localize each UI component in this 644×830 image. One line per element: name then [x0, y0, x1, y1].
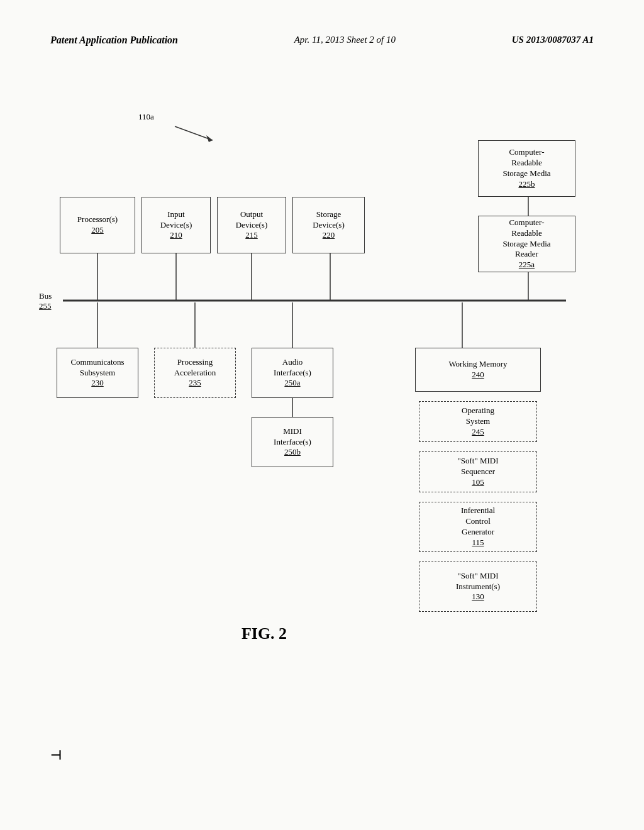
- diagram-label: 110a: [138, 112, 154, 122]
- box-os: Operating System 245: [419, 401, 537, 442]
- box-storage-device: Storage Device(s) 220: [292, 197, 365, 253]
- box-processor: Processor(s) 205: [60, 197, 135, 253]
- box-crs-media: Computer- Readable Storage Media 225b: [478, 140, 575, 197]
- box-soft-midi-inst: "Soft" MIDI Instrument(s) 130: [419, 562, 537, 612]
- box-comm-subsystem: Communicatons Subsystem 230: [57, 348, 138, 398]
- header-center: Apr. 11, 2013 Sheet 2 of 10: [294, 35, 396, 45]
- box-input-device: Input Device(s) 210: [142, 197, 211, 253]
- box-soft-midi-seq: "Soft" MIDI Sequencer 105: [419, 451, 537, 492]
- header: Patent Application Publication Apr. 11, …: [0, 0, 644, 58]
- header-right: US 2013/0087037 A1: [512, 35, 594, 45]
- box-working-memory: Working Memory 240: [415, 348, 541, 392]
- svg-marker-1: [206, 135, 213, 142]
- box-output-device: Output Device(s) 215: [217, 197, 286, 253]
- box-crs-reader: Computer- Readable Storage Media Reader …: [478, 216, 575, 272]
- fig-label: FIG. 2: [201, 624, 327, 643]
- box-midi-interface: MIDI Interface(s) 250b: [252, 417, 333, 467]
- svg-line-0: [175, 126, 213, 140]
- box-inf-control-gen: Inferential Control Generator 115: [419, 502, 537, 552]
- box-processing-accel: Processing Acceleration 235: [154, 348, 236, 398]
- bottom-mark: ⊣: [50, 748, 61, 763]
- page: Patent Application Publication Apr. 11, …: [0, 0, 644, 830]
- diagram-area: 110a Computer- Readable Storage Media 22…: [0, 58, 644, 782]
- box-audio-interface: Audio Interface(s) 250a: [252, 348, 333, 398]
- header-left: Patent Application Publication: [50, 35, 178, 46]
- bus-label: Bus 255: [39, 291, 52, 311]
